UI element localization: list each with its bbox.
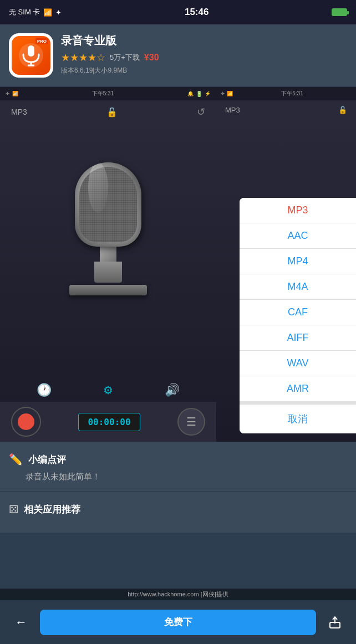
list-icon: ☰ — [186, 415, 196, 428]
app-stars: ★★★★☆ — [61, 52, 105, 64]
svg-rect-1 — [28, 45, 34, 57]
edit-icon: ✏️ — [9, 453, 23, 466]
history-icon[interactable]: 🕐 — [37, 383, 52, 397]
review-label: 小编点评 — [28, 453, 66, 466]
format-item-mp4[interactable]: MP4 — [240, 249, 356, 274]
related-section: ⚄ 相关应用推荐 — [0, 492, 356, 533]
format-item-amr[interactable]: AMR — [240, 376, 356, 401]
screenshot-left: ✈ 📶 下午5:31 🔔 🔋 ⚡ MP3 🔓 ↺ 🕐 — [0, 87, 216, 442]
watermark-text: http://www.hackhome.com [网侠]提供 — [128, 590, 228, 599]
refresh-icon: ↺ — [197, 106, 205, 118]
signal-icon: ✦ — [55, 8, 62, 17]
list-button[interactable]: ☰ — [177, 408, 205, 436]
back-button[interactable]: ← — [9, 610, 33, 635]
right-top: MP3 🔓 — [216, 100, 356, 120]
phone-status-right-icons: 🔔 🔋 ⚡ — [187, 91, 211, 97]
app-header: PRO 录音专业版 ★★★★☆ 5万+下载 ¥30 版本6.6.19|大小9.9… — [0, 24, 356, 87]
format-cancel-button[interactable]: 取消 — [240, 401, 356, 433]
airplane-icon: ✈ — [6, 91, 10, 96]
lock-icon: 🔓 — [106, 107, 118, 117]
app-meta: 版本6.6.19|大小9.9MB — [61, 66, 347, 75]
phone-status-left: ✈ 📶 下午5:31 🔔 🔋 ⚡ — [0, 87, 216, 100]
app-name: 录音专业版 — [61, 33, 347, 48]
recorder-controls: 🕐 ⚙ 🔊 — [0, 383, 216, 397]
format-item-aiff[interactable]: AIFF — [240, 325, 356, 351]
record-button[interactable] — [11, 407, 41, 437]
review-title: ✏️ 小编点评 — [9, 453, 347, 466]
download-button[interactable]: 免费下 — [40, 610, 316, 635]
review-content: 录音从未如此简单！ — [9, 472, 347, 482]
phone-time-left: 下午5:31 — [92, 90, 114, 98]
status-right — [332, 8, 347, 16]
app-price: ¥30 — [144, 53, 159, 63]
share-icon — [328, 616, 342, 629]
gear-icon[interactable]: ⚙ — [103, 384, 113, 397]
format-item-wav[interactable]: WAV — [240, 351, 356, 376]
airplane-icon-right: ✈ — [221, 91, 225, 96]
app-downloads: 5万+下载 — [110, 53, 140, 63]
microphone-visual — [58, 162, 158, 295]
review-section: ✏️ 小编点评 录音从未如此简单！ — [0, 442, 356, 492]
speaker-icon[interactable]: 🔊 — [165, 383, 180, 397]
mic-body — [94, 262, 122, 283]
charge-icon: ⚡ — [205, 91, 211, 96]
screenshot-right: ✈ 📶 下午5:31 MP3 🔓 MP3 AAC MP4 M4A CAF AIF… — [216, 87, 356, 442]
mic-head — [75, 162, 141, 247]
app-rating: ★★★★☆ 5万+下载 ¥30 — [61, 52, 347, 64]
related-title: ⚄ 相关应用推荐 — [9, 503, 347, 516]
related-label: 相关应用推荐 — [24, 503, 80, 516]
format-item-caf[interactable]: CAF — [240, 300, 356, 325]
format-picker: MP3 AAC MP4 M4A CAF AIFF WAV AMR 取消 — [240, 198, 356, 433]
footer-watermark: http://www.hackhome.com [网侠]提供 — [0, 589, 356, 600]
mic-area — [0, 124, 216, 334]
carrier-text: 无 SIM 卡 — [9, 7, 40, 17]
format-label-right: MP3 — [225, 106, 240, 114]
format-item-aac[interactable]: AAC — [240, 223, 356, 249]
recorder-bottom: 00:00:00 ☰ — [0, 402, 216, 442]
mic-base — [69, 285, 147, 295]
dice-icon: ⚄ — [9, 503, 18, 516]
format-item-mp3[interactable]: MP3 — [240, 198, 356, 223]
app-icon-svg — [18, 42, 44, 69]
pro-badge: PRO — [35, 38, 48, 44]
status-bar: 无 SIM 卡 📶 ✦ 15:46 — [0, 0, 356, 24]
app-icon: PRO — [9, 33, 53, 78]
recorder-top: MP3 🔓 ↺ — [0, 100, 216, 124]
alarm-icon: 🔔 — [187, 91, 194, 96]
phone-status-right: ✈ 📶 下午5:31 — [216, 87, 356, 100]
bottom-bar: ← 免费下 — [0, 600, 356, 644]
status-carrier: 无 SIM 卡 📶 ✦ — [9, 7, 62, 17]
phone-time-right: 下午5:31 — [281, 90, 303, 98]
mic-neck — [100, 246, 116, 262]
lock-icon-right: 🔓 — [338, 106, 347, 114]
battery-small: 🔋 — [196, 91, 202, 97]
wifi-icon: 📶 — [43, 8, 52, 17]
share-button[interactable] — [323, 610, 347, 635]
phone-status-icons-left: ✈ 📶 — [6, 91, 18, 96]
screenshot-area: ✈ 📶 下午5:31 🔔 🔋 ⚡ MP3 🔓 ↺ 🕐 — [0, 87, 356, 442]
wifi-small-icon: 📶 — [12, 91, 18, 96]
format-label-left: MP3 — [11, 108, 27, 116]
battery-icon — [332, 8, 347, 16]
wifi-icon-right: 📶 — [227, 91, 233, 96]
app-info: 录音专业版 ★★★★☆ 5万+下载 ¥30 版本6.6.19|大小9.9MB — [61, 33, 347, 75]
rec-dot — [18, 413, 34, 430]
status-time: 15:46 — [185, 7, 208, 18]
right-status-icons: ✈ 📶 — [221, 91, 233, 96]
format-item-m4a[interactable]: M4A — [240, 274, 356, 300]
time-display: 00:00:00 — [78, 413, 140, 431]
